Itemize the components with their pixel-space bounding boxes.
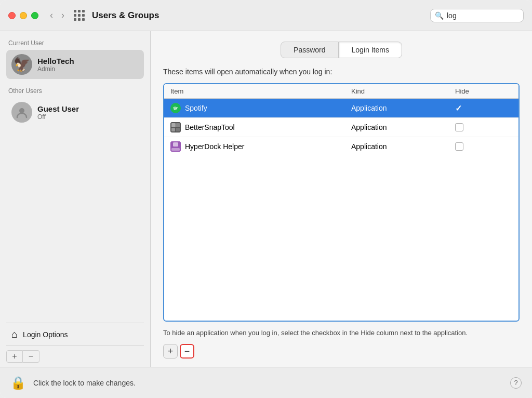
row-item-cell: BetterSnapTool — [170, 122, 351, 132]
grid-dot — [74, 18, 76, 21]
lock-icon[interactable]: 🔒 — [10, 376, 26, 390]
hyperdock-name: HyperDock Helper — [185, 142, 244, 151]
table-row[interactable]: HyperDock Helper Application — [164, 137, 518, 156]
bettersnap-name: BetterSnapTool — [185, 123, 235, 131]
user-info: HelloTech Admin — [37, 57, 74, 73]
tabs-container: Password Login Items — [163, 42, 520, 58]
hyperdock-hide-checkbox[interactable] — [455, 142, 497, 151]
sidebar: Current User 🦅 HelloTech Admin Other Use… — [0, 31, 151, 367]
help-button[interactable]: ? — [510, 377, 522, 389]
back-button[interactable]: ‹ — [47, 9, 56, 22]
sidebar-remove-button[interactable]: − — [23, 350, 39, 363]
row-item-cell: HyperDock Helper — [170, 141, 351, 152]
search-bar: 🔍 ✕ — [430, 9, 524, 22]
add-remove-bar: + − — [163, 344, 520, 359]
bettersnap-icon — [170, 122, 181, 132]
col-item: Item — [170, 87, 351, 95]
panel-description: These items will open automatically when… — [163, 68, 520, 76]
grid-dot — [74, 10, 76, 12]
row-item-cell: Spotify — [170, 103, 351, 113]
tab-password-label: Password — [294, 46, 325, 54]
remove-item-button[interactable]: − — [180, 344, 194, 359]
sidebar-add-button[interactable]: + — [6, 350, 23, 363]
current-user-label: Current User — [6, 39, 144, 47]
grid-dot — [82, 10, 85, 12]
col-extra — [497, 87, 512, 95]
avatar: 🦅 — [11, 54, 32, 75]
hyperdock-icon — [170, 141, 181, 152]
table-row[interactable]: BetterSnapTool Application — [164, 118, 518, 137]
window-title: Users & Groups — [92, 10, 430, 21]
col-kind: Kind — [351, 87, 455, 95]
other-users-label: Other Users — [6, 87, 144, 95]
main-content: Current User 🦅 HelloTech Admin Other Use… — [0, 31, 532, 367]
grid-dot — [74, 14, 76, 17]
search-icon: 🔍 — [435, 11, 444, 20]
login-options-label: Login Options — [23, 330, 68, 339]
hint-text: To hide an application when you log in, … — [163, 328, 520, 338]
svg-rect-4 — [176, 123, 180, 127]
search-input[interactable] — [447, 11, 532, 20]
col-hide: Hide — [455, 87, 497, 95]
user-name: HelloTech — [37, 57, 74, 65]
guest-user-item[interactable]: Guest User Off — [6, 98, 144, 127]
grid-dot — [82, 18, 85, 21]
lock-text: Click the lock to make changes. — [33, 379, 503, 387]
tab-password[interactable]: Password — [281, 42, 338, 58]
main-window: ‹ › Users & Groups 🔍 ✕ Current User 🦅 — [0, 0, 532, 398]
sidebar-bottom-bar: + − — [6, 346, 144, 367]
svg-rect-3 — [171, 123, 176, 127]
bettersnap-hide-checkbox[interactable] — [455, 123, 497, 131]
spotify-name: Spotify — [185, 104, 207, 112]
grid-menu-icon[interactable] — [74, 10, 85, 21]
svg-rect-6 — [176, 128, 180, 131]
login-options-button[interactable]: ⌂ Login Options — [6, 323, 144, 346]
nav-buttons: ‹ › — [47, 9, 68, 22]
tab-login-items[interactable]: Login Items — [339, 42, 402, 58]
checkbox-unchecked[interactable] — [455, 123, 463, 131]
spotify-kind: Application — [351, 104, 455, 112]
svg-point-0 — [19, 108, 24, 113]
grid-dot — [82, 14, 85, 17]
maximize-button[interactable] — [31, 12, 38, 19]
svg-rect-8 — [171, 148, 180, 151]
guest-avatar — [11, 102, 32, 123]
spotify-icon — [170, 103, 181, 113]
titlebar: ‹ › Users & Groups 🔍 ✕ — [0, 0, 532, 31]
house-icon: ⌂ — [11, 328, 18, 340]
add-item-button[interactable]: + — [163, 344, 178, 359]
bottom-bar: 🔒 Click the lock to make changes. ? — [0, 367, 532, 398]
tab-login-items-label: Login Items — [352, 46, 389, 54]
svg-rect-9 — [173, 142, 178, 147]
forward-button[interactable]: › — [58, 9, 68, 22]
close-button[interactable] — [8, 12, 16, 19]
grid-dot — [78, 18, 81, 21]
guest-name: Guest User — [37, 104, 79, 113]
table-row[interactable]: Spotify Application ✓ — [164, 99, 518, 118]
minimize-button[interactable] — [20, 12, 27, 19]
svg-rect-5 — [171, 128, 175, 131]
grid-dot — [78, 14, 81, 17]
traffic-lights — [8, 12, 38, 19]
guest-info: Guest User Off — [37, 104, 79, 121]
spotify-hide-checkbox[interactable]: ✓ — [455, 103, 497, 113]
bettersnap-kind: Application — [351, 123, 455, 131]
hyperdock-kind: Application — [351, 142, 455, 151]
checkbox-unchecked[interactable] — [455, 142, 463, 151]
guest-status: Off — [37, 113, 79, 121]
user-role: Admin — [37, 65, 74, 73]
items-table: Item Kind Hide — [163, 83, 520, 322]
current-user-item[interactable]: 🦅 HelloTech Admin — [6, 50, 144, 79]
grid-dot — [78, 10, 81, 12]
right-panel: Password Login Items These items will op… — [151, 31, 532, 367]
table-header: Item Kind Hide — [164, 84, 518, 99]
